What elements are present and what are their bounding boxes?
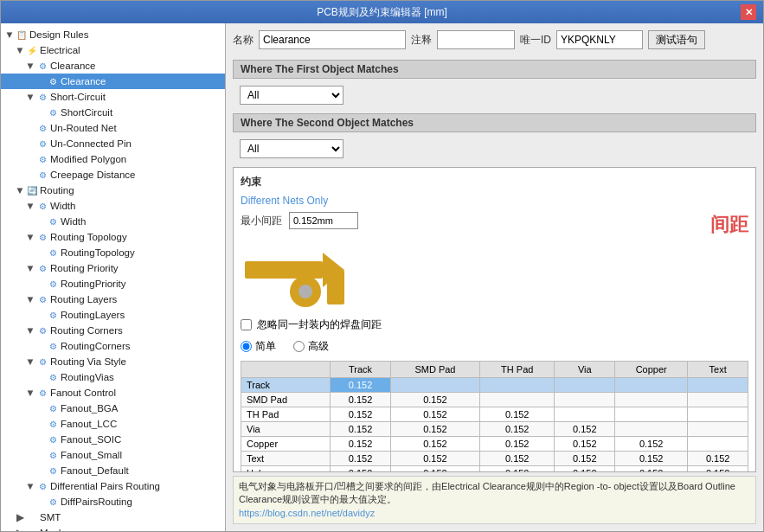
tree-item-routing-via-style[interactable]: ▼ ⚙ Routing Via Style bbox=[1, 354, 225, 369]
tree-item-unconnected-pin[interactable]: ⚙ Un-Connected Pin bbox=[1, 136, 225, 151]
tree-label: Fanout_LCC bbox=[61, 419, 117, 429]
tree-item-fanout-bga[interactable]: ⚙ Fanout_BGA bbox=[1, 401, 225, 416]
radio-advanced-input[interactable] bbox=[293, 341, 305, 352]
tree-item-unrouted-net[interactable]: ⚙ Un-Routed Net bbox=[1, 120, 225, 136]
col-header-text: Text bbox=[688, 362, 748, 378]
cell-copper-via[interactable]: 0.152 bbox=[555, 437, 615, 452]
cell-hole-smd[interactable]: 0.152 bbox=[390, 466, 479, 472]
expand-icon: ▼ bbox=[25, 388, 35, 398]
cell-via-th[interactable]: 0.152 bbox=[480, 422, 555, 437]
first-object-select[interactable]: All bbox=[240, 86, 343, 105]
min-clearance-input[interactable] bbox=[289, 212, 358, 229]
tree-item-mask[interactable]: ▶ Mask bbox=[1, 525, 225, 531]
cell-th-th[interactable]: 0.152 bbox=[480, 407, 555, 422]
col-header-th-pad: TH Pad bbox=[480, 362, 555, 378]
tree-item-short-circuit[interactable]: ▼ ⚙ Short-Circuit bbox=[1, 89, 225, 105]
tree-label: Routing Via Style bbox=[50, 356, 126, 367]
cell-via-track[interactable]: 0.152 bbox=[331, 422, 391, 437]
cell-hole-via[interactable]: 0.152 bbox=[555, 466, 615, 472]
bottom-link[interactable]: https://blog.csdn.net/net/davidyz bbox=[239, 508, 375, 518]
cell-text-track[interactable]: 0.152 bbox=[331, 452, 391, 466]
cell-copper-track[interactable]: 0.152 bbox=[331, 437, 391, 452]
tree-item-width[interactable]: ⚙ Width bbox=[1, 214, 225, 229]
tree-item-routing-priority[interactable]: ▼ ⚙ Routing Priority bbox=[1, 260, 225, 276]
tree-item-routing-corners[interactable]: ▼ ⚙ Routing Corners bbox=[1, 323, 225, 338]
rule-icon: ⚙ bbox=[46, 246, 60, 260]
tree-label: Fanout_Default bbox=[61, 465, 129, 476]
cell-copper-copper[interactable]: 0.152 bbox=[615, 437, 688, 452]
tree-item-creepage-distance[interactable]: ⚙ Creepage Distance bbox=[1, 167, 225, 183]
cell-text-via[interactable]: 0.152 bbox=[555, 452, 615, 466]
comment-input[interactable] bbox=[437, 30, 515, 49]
cell-hole-track[interactable]: 0.152 bbox=[331, 466, 391, 472]
tree-item-routing-topology-item[interactable]: ⚙ RoutingTopology bbox=[1, 245, 225, 260]
tree-item-diff-pairs-item[interactable]: ⚙ DiffPairsRouting bbox=[1, 494, 225, 510]
tree-item-shortcircuit[interactable]: ⚙ ShortCircuit bbox=[1, 105, 225, 120]
radio-simple-input[interactable] bbox=[241, 341, 252, 352]
cell-text-smd[interactable]: 0.152 bbox=[390, 452, 479, 466]
cell-via-text bbox=[688, 422, 748, 437]
row-label-text: Text bbox=[241, 452, 331, 466]
tree-label: RoutingTopology bbox=[61, 247, 135, 258]
routing-mode-row: 简单 高级 bbox=[241, 339, 684, 354]
right-panel: 名称 注释 唯一ID 测试语句 Where The First Object M… bbox=[226, 23, 763, 531]
cell-th-copper bbox=[615, 407, 688, 422]
tree-item-routing-vias[interactable]: ⚙ RoutingVias bbox=[1, 369, 225, 385]
rule-icon: ⚙ bbox=[46, 277, 60, 291]
cell-copper-smd[interactable]: 0.152 bbox=[390, 437, 479, 452]
cell-th-smd[interactable]: 0.152 bbox=[390, 407, 479, 422]
tree-item-fanout-lcc[interactable]: ⚙ Fanout_LCC bbox=[1, 416, 225, 432]
row-label-track: Track bbox=[241, 378, 331, 393]
tree-item-routing-layers[interactable]: ▼ ⚙ Routing Layers bbox=[1, 292, 225, 307]
tree-item-fanout-small[interactable]: ⚙ Fanout_Small bbox=[1, 447, 225, 463]
cell-smd-track[interactable]: 0.152 bbox=[331, 393, 391, 407]
cell-copper-th[interactable]: 0.152 bbox=[480, 437, 555, 452]
tree-item-routing-corners-item[interactable]: ⚙ RoutingCorners bbox=[1, 338, 225, 354]
tree-item-fanout-soic[interactable]: ⚙ Fanout_SOIC bbox=[1, 432, 225, 447]
ignore-pad-clearance-checkbox[interactable] bbox=[241, 319, 252, 330]
cell-hole-text[interactable]: 0.152 bbox=[688, 466, 748, 472]
rule-icon: ⚙ bbox=[46, 433, 60, 446]
cell-text-th[interactable]: 0.152 bbox=[480, 452, 555, 466]
tree-label: Routing Layers bbox=[50, 294, 117, 304]
cell-via-via[interactable]: 0.152 bbox=[555, 422, 615, 437]
row-label-hole: Hole bbox=[241, 466, 331, 472]
tree-item-design-rules[interactable]: ▼ 📋 Design Rules bbox=[1, 27, 225, 42]
tree-item-routing-priority-item[interactable]: ⚙ RoutingPriority bbox=[1, 276, 225, 292]
tree-item-clearance[interactable]: ⚙ Clearance bbox=[1, 74, 225, 89]
tree-item-fanout-default[interactable]: ⚙ Fanout_Default bbox=[1, 463, 225, 478]
cell-hole-copper[interactable]: 0.152 bbox=[615, 466, 688, 472]
tree-item-routing[interactable]: ▼ 🔄 Routing bbox=[1, 183, 225, 198]
cell-th-track[interactable]: 0.152 bbox=[331, 407, 391, 422]
name-input[interactable] bbox=[259, 30, 406, 49]
rule-icon: ⚙ bbox=[46, 308, 60, 322]
cell-track-track[interactable]: 0.152 bbox=[331, 378, 391, 393]
cell-smd-smd[interactable]: 0.152 bbox=[390, 393, 479, 407]
tree-item-diff-pairs[interactable]: ▼ ⚙ Differential Pairs Routing bbox=[1, 478, 225, 494]
rule-icon: ⚙ bbox=[35, 137, 49, 151]
different-nets-label: Different Nets Only bbox=[241, 195, 684, 207]
unique-id-input[interactable] bbox=[556, 30, 643, 49]
tree-item-routing-layers-item[interactable]: ⚙ RoutingLayers bbox=[1, 307, 225, 323]
tree-item-modified-polygon[interactable]: ⚙ Modified Polygon bbox=[1, 151, 225, 167]
cell-via-copper bbox=[615, 422, 688, 437]
smt-icon bbox=[25, 510, 39, 524]
tree-label: Differential Pairs Routing bbox=[50, 481, 160, 491]
close-button[interactable]: ✕ bbox=[741, 4, 756, 20]
tree-item-electrical[interactable]: ▼ ⚡ Electrical bbox=[1, 42, 225, 58]
test-button[interactable]: 测试语句 bbox=[648, 30, 705, 49]
second-object-select[interactable]: All bbox=[240, 139, 343, 158]
tree-item-width-group[interactable]: ▼ ⚙ Width bbox=[1, 198, 225, 214]
cell-text-text[interactable]: 0.152 bbox=[688, 452, 748, 466]
cell-via-smd[interactable]: 0.152 bbox=[390, 422, 479, 437]
cell-hole-th[interactable]: 0.152 bbox=[480, 466, 555, 472]
cell-text-copper[interactable]: 0.152 bbox=[615, 452, 688, 466]
tree-item-clearance-group[interactable]: ▼ ⚙ Clearance bbox=[1, 58, 225, 74]
rule-icon: ⚙ bbox=[46, 448, 60, 462]
tree-item-smt[interactable]: ▶ SMT bbox=[1, 510, 225, 525]
cell-copper-text bbox=[688, 437, 748, 452]
tree-item-fanout-control[interactable]: ▼ ⚙ Fanout Control bbox=[1, 385, 225, 401]
tree-item-routing-topology[interactable]: ▼ ⚙ Routing Topology bbox=[1, 229, 225, 245]
rule-icon: ⚙ bbox=[35, 261, 49, 275]
routing-icon: 🔄 bbox=[25, 183, 39, 197]
